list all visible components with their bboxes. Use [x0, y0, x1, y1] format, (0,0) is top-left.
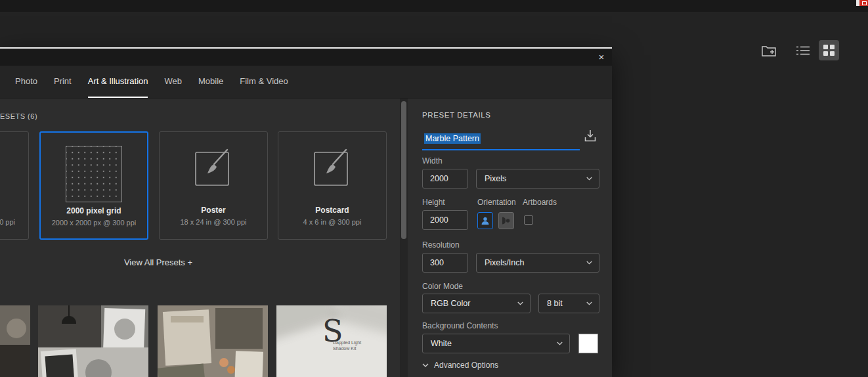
preset-detail: 2000 x 2000 px @ 300 ppi — [41, 219, 147, 227]
document-name-selected-text: Marble Pattern — [424, 133, 481, 144]
bit-depth-dropdown[interactable]: 8 bit — [538, 294, 599, 313]
preset-card-poster[interactable]: Poster 18 x 24 in @ 300 ppi — [159, 131, 268, 240]
bit-depth-value: 8 bit — [547, 299, 563, 308]
orientation-portrait-button[interactable] — [477, 212, 493, 229]
document-name-input[interactable]: Marble Pattern — [422, 131, 580, 150]
landscape-person-icon — [502, 216, 511, 225]
dot-grid-icon — [66, 146, 122, 202]
advanced-options-label: Advanced Options — [434, 361, 498, 370]
list-view-icon[interactable] — [796, 44, 810, 57]
width-unit-dropdown[interactable]: Pixels — [476, 169, 599, 188]
portrait-person-icon — [481, 216, 490, 225]
preset-card-partial[interactable]: 0 ppi — [0, 131, 29, 240]
corner-red-fragment — [859, 0, 868, 6]
screen-corner-artifact — [856, 0, 868, 6]
thumb-leaf — [158, 363, 206, 377]
dialog-body: ESETS (6) 0 ppi 2000 pixel grid 2000 x 2… — [0, 99, 612, 377]
preset-name: Poster — [160, 206, 267, 215]
tab-mobile[interactable]: Mobile — [198, 66, 223, 98]
chevron-down-icon — [557, 342, 563, 345]
thumb-shape — [7, 319, 26, 338]
thumb-plate — [114, 319, 135, 340]
grid-view-icon[interactable] — [819, 40, 839, 60]
background-contents-value: White — [431, 339, 452, 348]
template-thumb-moodboard-beige[interactable] — [158, 305, 268, 377]
width-unit-value: Pixels — [485, 174, 506, 183]
presets-section-header: ESETS (6) — [0, 112, 37, 120]
background-contents-label: Background Contents — [422, 321, 498, 330]
chevron-down-icon — [586, 177, 592, 181]
template-thumb-shadow-kit[interactable]: S Dappled Light Shadow Kit — [276, 305, 387, 377]
orientation-label: Orientation — [477, 198, 516, 207]
thumb-photo — [215, 308, 263, 349]
preset-details-header: PRESET DETAILS — [422, 111, 490, 119]
template-caption-line1: Dappled Light — [333, 340, 361, 345]
chevron-down-icon — [517, 301, 523, 305]
tab-art-illustration[interactable]: Art & Illustration — [88, 66, 148, 98]
height-label: Height — [422, 198, 445, 207]
app-title-strip — [0, 0, 868, 12]
tab-photo[interactable]: Photo — [15, 66, 37, 98]
width-input[interactable]: 2000 — [422, 169, 468, 188]
dialog-titlebar: × — [0, 49, 612, 66]
resolution-unit-value: Pixels/Inch — [485, 258, 524, 267]
tab-print[interactable]: Print — [54, 66, 72, 98]
chevron-down-icon — [586, 301, 592, 305]
view-all-presets-link[interactable]: View All Presets + — [0, 257, 316, 267]
background-color-swatch[interactable] — [578, 334, 598, 353]
presets-scrollbar-thumb[interactable] — [401, 101, 406, 239]
save-preset-icon[interactable] — [583, 129, 599, 144]
resolution-unit-dropdown[interactable]: Pixels/Inch — [476, 253, 599, 273]
close-icon[interactable]: × — [595, 51, 608, 64]
chevron-down-icon — [586, 261, 592, 265]
brush-canvas-icon — [192, 146, 234, 191]
brush-canvas-icon — [311, 146, 353, 191]
thumb-fruit — [227, 366, 235, 374]
color-mode-label: Color Mode — [422, 282, 463, 291]
thumb-text-strip — [171, 316, 204, 322]
orientation-landscape-button[interactable] — [498, 212, 514, 229]
preset-card-postcard[interactable]: Postcard 4 x 6 in @ 300 ppi — [278, 131, 387, 240]
preset-detail: 0 ppi — [0, 218, 15, 226]
document-type-tabs: Photo Print Art & Illustration Web Mobil… — [0, 66, 612, 99]
color-mode-value: RGB Color — [431, 299, 470, 308]
background-contents-dropdown[interactable]: White — [422, 334, 570, 353]
color-mode-dropdown[interactable]: RGB Color — [422, 294, 531, 313]
chevron-down-icon — [422, 363, 429, 367]
height-input[interactable]: 2000 — [422, 210, 468, 230]
advanced-options-toggle[interactable]: Advanced Options — [422, 361, 498, 370]
preset-name: Postcard — [278, 206, 386, 215]
presets-scrollbar-track[interactable] — [400, 99, 408, 377]
thumb-fruit — [219, 358, 228, 367]
preset-detail: 4 x 6 in @ 300 ppi — [278, 218, 386, 226]
resolution-label: Resolution — [422, 240, 460, 250]
tab-film-video[interactable]: Film & Video — [240, 66, 288, 98]
photoshop-new-document-screen: × Photo Print Art & Illustration Web Mob… — [0, 0, 868, 377]
preset-card-2000-pixel-grid[interactable]: 2000 pixel grid 2000 x 2000 px @ 300 ppi — [39, 131, 148, 240]
resolution-input[interactable]: 300 — [422, 253, 468, 273]
template-thumb-moodboard-gray[interactable] — [38, 305, 148, 377]
thumb-wall — [38, 305, 101, 347]
width-label: Width — [422, 156, 443, 166]
preset-name: 2000 pixel grid — [41, 206, 147, 215]
artboards-checkbox[interactable] — [524, 215, 533, 225]
thumb-photo — [45, 355, 75, 377]
template-thumb-partial[interactable] — [0, 305, 30, 377]
thumb-shape — [0, 345, 30, 377]
thumb-card — [234, 351, 263, 377]
tab-web[interactable]: Web — [164, 66, 182, 98]
template-caption-line2: Shadow Kit — [333, 346, 356, 351]
new-document-dialog: × Photo Print Art & Illustration Web Mob… — [0, 47, 612, 377]
preset-detail: 18 x 24 in @ 300 ppi — [160, 218, 267, 226]
new-folder-icon[interactable] — [761, 43, 777, 58]
artboards-label: Artboards — [523, 198, 557, 207]
